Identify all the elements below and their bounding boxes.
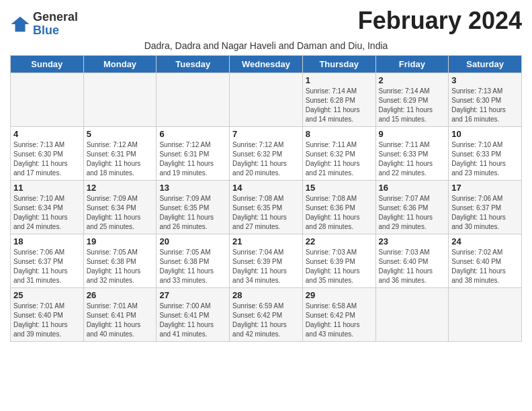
- day-info: Sunrise: 7:09 AMSunset: 6:35 PMDaylight:…: [159, 194, 226, 232]
- day-info: Sunrise: 7:06 AMSunset: 6:37 PMDaylight:…: [13, 248, 81, 285]
- day-info: Sunrise: 7:10 AMSunset: 6:34 PMDaylight:…: [13, 194, 81, 232]
- day-of-week-header: Saturday: [449, 55, 522, 73]
- day-number: 6: [159, 129, 226, 139]
- calendar-cell: 7Sunrise: 7:12 AMSunset: 6:32 PMDaylight…: [230, 126, 303, 180]
- calendar-cell: 1Sunrise: 7:14 AMSunset: 6:28 PMDaylight…: [302, 73, 375, 126]
- calendar-cell: 2Sunrise: 7:14 AMSunset: 6:29 PMDaylight…: [375, 73, 449, 126]
- calendar-cell: 24Sunrise: 7:02 AMSunset: 6:40 PMDayligh…: [449, 234, 522, 287]
- day-info: Sunrise: 7:13 AMSunset: 6:30 PMDaylight:…: [13, 140, 81, 178]
- calendar-week-row: 18Sunrise: 7:06 AMSunset: 6:37 PMDayligh…: [11, 234, 522, 287]
- day-number: 3: [451, 75, 519, 85]
- day-number: 15: [306, 183, 373, 193]
- calendar-cell: 18Sunrise: 7:06 AMSunset: 6:37 PMDayligh…: [11, 234, 84, 287]
- day-number: 18: [13, 236, 81, 246]
- calendar-cell: 10Sunrise: 7:10 AMSunset: 6:33 PMDayligh…: [449, 126, 522, 180]
- calendar-week-row: 11Sunrise: 7:10 AMSunset: 6:34 PMDayligh…: [11, 180, 522, 234]
- calendar-week-row: 25Sunrise: 7:01 AMSunset: 6:40 PMDayligh…: [11, 287, 522, 341]
- day-info: Sunrise: 6:59 AMSunset: 6:42 PMDaylight:…: [232, 302, 300, 339]
- day-info: Sunrise: 7:01 AMSunset: 6:41 PMDaylight:…: [87, 302, 154, 339]
- day-number: 7: [232, 129, 300, 139]
- calendar-cell: 29Sunrise: 6:58 AMSunset: 6:42 PMDayligh…: [302, 287, 375, 341]
- calendar-cell: [375, 287, 449, 341]
- day-of-week-header: Sunday: [11, 55, 84, 73]
- calendar-cell: 13Sunrise: 7:09 AMSunset: 6:35 PMDayligh…: [157, 180, 230, 234]
- day-info: Sunrise: 7:05 AMSunset: 6:38 PMDaylight:…: [87, 248, 154, 285]
- day-info: Sunrise: 7:08 AMSunset: 6:35 PMDaylight:…: [232, 194, 300, 232]
- day-number: 20: [159, 236, 226, 246]
- calendar-cell: 8Sunrise: 7:11 AMSunset: 6:32 PMDaylight…: [302, 126, 375, 180]
- calendar-cell: [11, 73, 84, 126]
- logo-blue-text: Blue: [33, 24, 78, 38]
- day-number: 25: [13, 290, 81, 300]
- day-info: Sunrise: 7:14 AMSunset: 6:28 PMDaylight:…: [306, 87, 373, 124]
- calendar-subtitle: Dadra, Dadra and Nagar Haveli and Daman …: [10, 40, 522, 51]
- day-number: 12: [87, 183, 154, 193]
- day-info: Sunrise: 7:08 AMSunset: 6:36 PMDaylight:…: [306, 194, 373, 232]
- calendar-cell: 27Sunrise: 7:00 AMSunset: 6:41 PMDayligh…: [157, 287, 230, 341]
- calendar-cell: [449, 287, 522, 341]
- day-info: Sunrise: 7:12 AMSunset: 6:31 PMDaylight:…: [87, 140, 154, 178]
- day-of-week-header: Thursday: [302, 55, 375, 73]
- day-number: 22: [306, 236, 373, 246]
- calendar-cell: 3Sunrise: 7:13 AMSunset: 6:30 PMDaylight…: [449, 73, 522, 126]
- day-info: Sunrise: 7:03 AMSunset: 6:39 PMDaylight:…: [306, 248, 373, 285]
- day-number: 5: [87, 129, 154, 139]
- day-number: 9: [379, 129, 446, 139]
- day-info: Sunrise: 7:07 AMSunset: 6:36 PMDaylight:…: [379, 194, 446, 232]
- day-number: 29: [306, 290, 373, 300]
- calendar-cell: 17Sunrise: 7:06 AMSunset: 6:37 PMDayligh…: [449, 180, 522, 234]
- day-info: Sunrise: 7:05 AMSunset: 6:38 PMDaylight:…: [159, 248, 226, 285]
- logo: General Blue: [10, 11, 78, 38]
- day-info: Sunrise: 7:00 AMSunset: 6:41 PMDaylight:…: [159, 302, 226, 339]
- header: General Blue February 2024: [10, 7, 522, 38]
- day-number: 14: [232, 183, 300, 193]
- day-number: 26: [87, 290, 154, 300]
- day-number: 23: [379, 236, 446, 246]
- calendar-week-row: 1Sunrise: 7:14 AMSunset: 6:28 PMDaylight…: [11, 73, 522, 126]
- day-info: Sunrise: 7:02 AMSunset: 6:40 PMDaylight:…: [451, 248, 519, 285]
- day-number: 21: [232, 236, 300, 246]
- day-number: 4: [13, 129, 81, 139]
- day-info: Sunrise: 7:06 AMSunset: 6:37 PMDaylight:…: [451, 194, 519, 232]
- day-number: 16: [379, 183, 446, 193]
- calendar-cell: 4Sunrise: 7:13 AMSunset: 6:30 PMDaylight…: [11, 126, 84, 180]
- calendar-cell: [83, 73, 157, 126]
- calendar-cell: [230, 73, 303, 126]
- calendar-cell: 9Sunrise: 7:11 AMSunset: 6:33 PMDaylight…: [375, 126, 449, 180]
- calendar-cell: 15Sunrise: 7:08 AMSunset: 6:36 PMDayligh…: [302, 180, 375, 234]
- day-info: Sunrise: 7:12 AMSunset: 6:31 PMDaylight:…: [159, 140, 226, 178]
- day-info: Sunrise: 7:10 AMSunset: 6:33 PMDaylight:…: [451, 140, 519, 178]
- day-info: Sunrise: 7:09 AMSunset: 6:34 PMDaylight:…: [87, 194, 154, 232]
- day-number: 11: [13, 183, 81, 193]
- day-info: Sunrise: 6:58 AMSunset: 6:42 PMDaylight:…: [306, 302, 373, 339]
- calendar-body: 1Sunrise: 7:14 AMSunset: 6:28 PMDaylight…: [11, 73, 522, 341]
- calendar-cell: 6Sunrise: 7:12 AMSunset: 6:31 PMDaylight…: [157, 126, 230, 180]
- day-number: 27: [159, 290, 226, 300]
- day-info: Sunrise: 7:03 AMSunset: 6:40 PMDaylight:…: [379, 248, 446, 285]
- calendar-header-row: SundayMondayTuesdayWednesdayThursdayFrid…: [11, 55, 522, 73]
- day-info: Sunrise: 7:14 AMSunset: 6:29 PMDaylight:…: [379, 87, 446, 124]
- day-number: 10: [451, 129, 519, 139]
- day-info: Sunrise: 7:13 AMSunset: 6:30 PMDaylight:…: [451, 87, 519, 124]
- calendar-cell: [157, 73, 230, 126]
- day-of-week-header: Monday: [83, 55, 157, 73]
- day-number: 24: [451, 236, 519, 246]
- day-info: Sunrise: 7:01 AMSunset: 6:40 PMDaylight:…: [13, 302, 81, 339]
- day-number: 19: [87, 236, 154, 246]
- calendar-cell: 12Sunrise: 7:09 AMSunset: 6:34 PMDayligh…: [83, 180, 157, 234]
- day-info: Sunrise: 7:12 AMSunset: 6:32 PMDaylight:…: [232, 140, 300, 178]
- logo-general-text: General: [33, 11, 78, 24]
- calendar-cell: 26Sunrise: 7:01 AMSunset: 6:41 PMDayligh…: [83, 287, 157, 341]
- calendar-cell: 22Sunrise: 7:03 AMSunset: 6:39 PMDayligh…: [302, 234, 375, 287]
- calendar-cell: 28Sunrise: 6:59 AMSunset: 6:42 PMDayligh…: [230, 287, 303, 341]
- calendar-cell: 5Sunrise: 7:12 AMSunset: 6:31 PMDaylight…: [83, 126, 157, 180]
- day-number: 28: [232, 290, 300, 300]
- calendar-cell: 19Sunrise: 7:05 AMSunset: 6:38 PMDayligh…: [83, 234, 157, 287]
- day-info: Sunrise: 7:11 AMSunset: 6:33 PMDaylight:…: [379, 140, 446, 178]
- day-number: 17: [451, 183, 519, 193]
- calendar-cell: 20Sunrise: 7:05 AMSunset: 6:38 PMDayligh…: [157, 234, 230, 287]
- day-of-week-header: Wednesday: [230, 55, 303, 73]
- calendar-cell: 25Sunrise: 7:01 AMSunset: 6:40 PMDayligh…: [11, 287, 84, 341]
- day-info: Sunrise: 7:04 AMSunset: 6:39 PMDaylight:…: [232, 248, 300, 285]
- day-number: 2: [379, 75, 446, 85]
